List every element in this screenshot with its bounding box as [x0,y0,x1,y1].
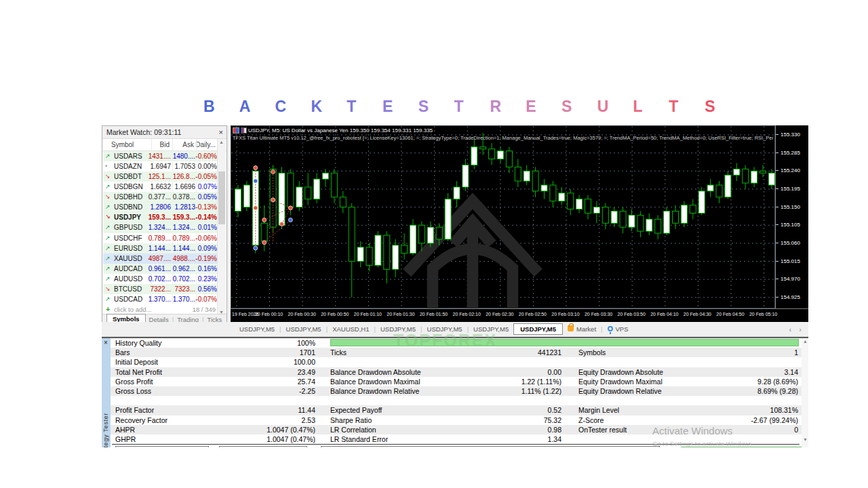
chart-tab-2[interactable]: XAUUSD,H1 [328,325,374,333]
scrollbar-thumb[interactable] [218,171,225,224]
ask-value: 1480.... [173,151,195,161]
chart-tab-5[interactable]: USDJPY,M5 [469,325,513,333]
tester-row: Bars1701Ticks441231Symbols1 [111,348,802,357]
tester-scrollbar[interactable]: ▲ ▼ [802,338,808,447]
price-tick [776,152,778,153]
vps-icon [608,326,613,331]
down-arrow-icon: ↘ [105,212,113,222]
stat-label: LR Standard Error [330,434,388,444]
price-label: 155.015 [781,258,800,264]
time-axis[interactable]: 19 Feb 202620 Feb 00:1020 Feb 00:3020 Fe… [231,308,808,322]
bull-candle [427,227,433,243]
chart-tab-3[interactable]: USDJPY,M5 [376,325,420,333]
tab-scroll-arrows[interactable]: ‹ › [789,325,804,333]
scroll-up-icon[interactable]: ▲ [219,140,224,144]
title-letter: C [275,98,311,116]
time-label: 20 Feb 04:30 [684,312,711,317]
market-watch-row[interactable]: ↗EURUSD1.144...1.144...0.09% [103,243,218,253]
click-to-add[interactable]: click to add... [114,304,151,314]
market-watch-row[interactable]: •USDAZN1.69471.70530.00% [103,161,218,171]
stat-label: Total Net Profit [115,367,162,377]
price-tick [776,279,778,279]
chart-tab-6[interactable]: USDJPY,M5 [513,323,563,335]
bull-candle [524,171,530,181]
symbol-name: USDBND [114,202,142,212]
bid-value: 125.1... [149,171,171,182]
price-label: 155.330 [781,131,800,138]
symbol-name: XAUUSD [114,253,142,264]
title-letter: T [669,98,705,116]
bull-candle [410,225,416,253]
close-icon[interactable]: × [219,126,223,138]
market-watch-row[interactable]: ↘USDBHD0.377...0.378...0.05% [103,192,218,202]
bear-candle [716,185,722,197]
close-icon[interactable]: × [104,339,108,346]
title-letter: K [311,98,347,116]
bear-candle [384,235,390,269]
bull-candle [698,191,705,214]
column-header-daily[interactable]: Daily... [195,139,216,150]
up-arrow-icon: ↗ [105,274,113,284]
market-watch-row[interactable]: ↘USDBDT125.1...126.8...-0.05% [103,171,218,182]
price-tick [776,224,778,225]
market-watch-row[interactable]: ↗USDBGN1.66321.66960.07% [103,182,218,192]
market-watch-row[interactable]: ↗XAUUSD4987....4988....-0.19% [103,253,218,264]
chart-plot-area[interactable] [231,125,775,308]
bear-candle [401,245,408,253]
cutoff-control [219,446,307,447]
symbol-name: GBPUSD [114,222,142,232]
strategy-tester-strip[interactable]: × Strategy Tester [102,338,111,447]
market-watch-row[interactable]: ↗USDCHF0.789...0.789...-0.06% [103,233,218,243]
up-arrow-icon: ↗ [105,253,113,264]
symbol-name: USDBHD [114,192,142,202]
bull-candle [681,205,687,224]
time-label: 20 Feb 01:10 [354,312,382,317]
market-watch-row[interactable]: ↗USDCAD1.370...1.370...-0.07% [103,294,218,304]
vps-tab[interactable]: VPS [603,325,633,333]
market-watch-scrollbar[interactable]: ▲ ▼ [217,139,226,315]
market-watch-row[interactable]: ↗USDARS1431....1480....-0.60% [103,151,218,161]
chart-canvas [231,126,776,309]
stat-value: 11.44 [214,405,315,415]
bull-candle [235,189,241,211]
market-watch-row[interactable]: ↗AUDUSD0.702...0.702...0.23% [103,274,218,284]
stat-value: 1.0047 (0.47%) [214,425,315,434]
symbol-name: USDCAD [114,294,142,304]
market-watch-row[interactable]: ↗GBPUSD1.324...1.324...0.01% [103,222,218,232]
bull-candle [375,235,381,265]
daily-change: 0.23% [198,274,217,284]
ask-value: 1.6696 [174,182,195,192]
time-label: 20 Feb 04:10 [650,312,678,317]
time-label: 20 Feb 00:10 [255,312,283,317]
chart-tab-4[interactable]: USDJPY,M5 [422,325,467,333]
column-header-bid[interactable]: Bid [160,139,170,150]
scroll-up-icon[interactable]: ▲ [803,339,808,344]
bear-candle [489,149,495,159]
bull-candle [725,175,731,197]
chart-tab-0[interactable]: USDJPY,M5 [235,325,279,333]
market-watch-header: Symbol Bid Ask Daily... [102,139,226,151]
scroll-down-icon[interactable]: ▼ [803,437,808,442]
market-watch-row[interactable]: ↘BTCUSD7322...7323...0.56% [103,284,218,294]
tester-row: Profit Factor11.44Expected Payoff0.52Mar… [111,405,802,415]
add-symbol-icon[interactable]: + [106,304,110,314]
chart-tab-1[interactable]: USDJPY,M5 [281,325,326,333]
ask-value: 0.962... [173,264,195,274]
market-watch-row[interactable]: ↗AUDCAD0.961...0.962...0.16% [103,264,218,274]
time-label: 20 Feb 00:50 [321,312,349,317]
market-watch-row[interactable]: ↘USDJPY159.3...159.3...-0.14% [103,212,218,222]
symbol-name: EURUSD [114,243,142,253]
bear-candle [585,199,591,214]
column-header-symbol[interactable]: Symbol [111,139,134,150]
time-label: 20 Feb 03:10 [551,312,579,317]
market-tab[interactable]: Market [563,325,601,333]
up-arrow-icon: ↗ [105,243,113,253]
market-watch-row[interactable]: ↗USDBND1.28061.2813-0.13% [103,202,218,212]
stat-value: 2.53 [214,415,315,425]
bull-candle [279,173,285,225]
bear-candle [515,167,521,181]
column-header-ask[interactable]: Ask [182,139,194,150]
price-tick [776,243,778,243]
up-arrow-icon: ↗ [105,294,113,304]
price-axis[interactable]: 155.330155.285155.240155.195155.150155.1… [775,125,808,308]
